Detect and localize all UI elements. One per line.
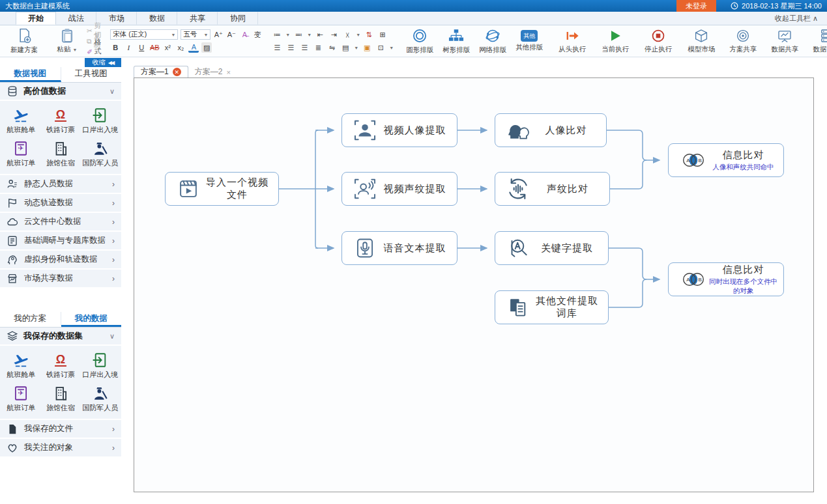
dataset-flight-order[interactable]: 航班订单	[1, 137, 41, 170]
tab-data-view[interactable]: 数据视图	[0, 67, 61, 82]
clear-format-button[interactable]: A̶	[239, 29, 250, 40]
align-left-button[interactable]: ☰	[272, 42, 282, 53]
plan-share-button[interactable]: 方案共享	[726, 27, 760, 55]
category-cloud-files[interactable]: 云文件中心数据 ›	[0, 213, 121, 232]
tab-tool-view[interactable]: 工具视图	[61, 67, 122, 82]
node-face-compare[interactable]: 人像比对	[495, 113, 607, 147]
tree-layout-button[interactable]: 树形排版	[439, 27, 473, 55]
new-plan-button[interactable]: 新建方案	[7, 27, 41, 55]
tab-my-plans[interactable]: 我的方案	[0, 312, 61, 327]
asian-layout-button[interactable]: Ꭓ	[342, 29, 353, 40]
ribbon-tab-share[interactable]: 共享	[177, 12, 218, 25]
close-tab-icon[interactable]: ✕	[173, 68, 181, 76]
show-marks-button[interactable]: ⊞	[377, 29, 388, 40]
dataset-flight-manifest[interactable]: 航班舱单	[1, 348, 41, 382]
category-virtual-identity[interactable]: 虚拟身份和轨迹数据 ›	[0, 251, 121, 270]
tab-my-data[interactable]: 我的数据	[61, 312, 122, 327]
phonetic-button[interactable]: 变	[252, 29, 263, 40]
format-painter-button[interactable]: ✐ 格式刷	[87, 47, 101, 56]
login-status-badge[interactable]: 未登录	[676, 0, 716, 12]
other-layout-button[interactable]: 其他 其他排版	[512, 27, 546, 55]
bold-button[interactable]: B	[110, 42, 121, 53]
cube-outline-icon	[693, 28, 710, 44]
dataset-rail-ticket[interactable]: 铁路订票	[41, 104, 81, 137]
model-market-button[interactable]: 模型市场	[684, 27, 718, 55]
run-from-start-button[interactable]: 从头执行	[555, 27, 589, 55]
ribbon-tab-collab[interactable]: 协同	[218, 12, 258, 25]
dataset-hotel-stay[interactable]: 旅馆住宿	[41, 137, 81, 170]
node-info-compare-1[interactable]: A B 信息比对 人像和声纹共同命中	[668, 143, 784, 177]
sidebar-collapse-button[interactable]: 收缩 ◀◀	[85, 58, 121, 67]
dataset-flight-manifest[interactable]: 航班舱单	[1, 104, 41, 137]
network-layout-button[interactable]: 网络排版	[476, 27, 510, 55]
superscript-button[interactable]: x²	[162, 42, 173, 53]
railway-icon	[52, 107, 69, 124]
dataset-border-entry[interactable]: 口岸出入境	[80, 348, 120, 382]
bullet-list-button[interactable]: ≔	[272, 29, 282, 40]
font-family-select[interactable]: 宋体 (正文)▼	[110, 29, 178, 40]
underline-button[interactable]: U	[136, 42, 147, 53]
flight-order-icon	[12, 140, 29, 157]
stop-execution-button[interactable]: 停止执行	[641, 27, 675, 55]
shrink-font-button[interactable]: A⁻	[226, 29, 237, 40]
ribbon-tab-data[interactable]: 数据	[137, 12, 177, 25]
node-other-files-lexicon[interactable]: 其他文件提取词库	[495, 290, 609, 324]
node-speech-to-text[interactable]: 语音文本提取	[341, 231, 457, 265]
dataset-rail-ticket[interactable]: 铁路订票	[41, 348, 81, 382]
category-static-personnel[interactable]: 静态人员数据 ›	[0, 175, 121, 194]
plan-tab-2[interactable]: 方案—2 ×	[188, 66, 237, 78]
decrease-indent-button[interactable]: ⇤	[315, 29, 325, 40]
run-current-button[interactable]: 当前执行	[598, 27, 632, 55]
ribbon-tab-market[interactable]: 市场	[96, 12, 137, 25]
dataset-border-entry[interactable]: 口岸出入境	[80, 104, 120, 137]
highlight-button[interactable]: ▨	[201, 42, 212, 53]
category-dynamic-track[interactable]: 动态轨迹数据 ›	[0, 194, 121, 213]
dataset-hotel-stay[interactable]: 旅馆住宿	[41, 382, 81, 415]
copy-icon: ⧉	[87, 37, 92, 46]
ribbon-tab-tactics[interactable]: 战法	[56, 12, 96, 25]
sort-button[interactable]: ⇅	[364, 29, 374, 40]
my-saved-files[interactable]: 我保存的文件 ›	[0, 420, 121, 439]
font-size-select[interactable]: 五号▼	[181, 29, 210, 40]
subscript-button[interactable]: x₂	[175, 42, 186, 53]
node-info-compare-2[interactable]: A B 信息比对 同时出现在多个文件中的对象	[668, 262, 784, 296]
saved-datasets-header[interactable]: 我保存的数据集 ∨	[0, 328, 121, 346]
align-center-button[interactable]: ☰	[285, 42, 296, 53]
data-retention-button[interactable]: 数据留存	[809, 27, 827, 55]
line-spacing-button[interactable]: ▤	[340, 42, 351, 53]
plan-tab-1[interactable]: 方案—1 ✕	[134, 66, 188, 78]
node-voiceprint-compare[interactable]: 声纹比对	[495, 172, 610, 206]
paste-button[interactable]: 粘贴 ▼	[50, 27, 84, 55]
new-document-icon	[16, 27, 33, 44]
increase-indent-button[interactable]: ⇥	[328, 29, 339, 40]
dataset-military-personnel[interactable]: 国防军人员	[80, 137, 120, 170]
justify-button[interactable]: ≣	[313, 42, 323, 53]
node-face-extract[interactable]: 视频人像提取	[341, 113, 457, 147]
collapse-toolbar-button[interactable]: 收起工具栏 ∧	[775, 12, 818, 25]
shading-button[interactable]: ▣	[362, 42, 372, 53]
node-keyword-extract[interactable]: 关键字提取	[495, 231, 609, 265]
category-research-library[interactable]: 基础调研与专题库数据 ›	[0, 232, 121, 251]
font-color-button[interactable]: A	[188, 43, 199, 53]
strikethrough-button[interactable]: AB	[149, 42, 160, 53]
my-followed-objects[interactable]: 我关注的对象 ›	[0, 439, 121, 458]
numbered-list-button[interactable]: ≕	[293, 29, 304, 40]
clock-icon	[731, 2, 738, 10]
node-import-video[interactable]: 导入一个视频文件	[165, 172, 279, 206]
ribbon-tab-start[interactable]: 开始	[16, 12, 56, 25]
close-tab-icon[interactable]: ×	[226, 68, 230, 76]
align-right-button[interactable]: ☰	[299, 42, 310, 53]
grow-font-button[interactable]: A⁺	[213, 29, 224, 40]
flow-canvas[interactable]: 导入一个视频文件 视频人像提取 视频声纹提取	[134, 77, 814, 492]
circular-layout-button[interactable]: 圆形排版	[403, 27, 437, 55]
borders-button[interactable]: ⊡	[375, 42, 386, 53]
category-market-shared[interactable]: 市场共享数据 ›	[0, 270, 121, 288]
data-share-button[interactable]: 数据共享	[768, 27, 802, 55]
voiceprint-scan-icon	[352, 176, 378, 201]
italic-button[interactable]: I	[123, 42, 134, 53]
dataset-flight-order[interactable]: 航班订单	[1, 382, 41, 415]
node-voiceprint-extract[interactable]: 视频声纹提取	[341, 172, 457, 206]
distribute-button[interactable]: ⇋	[326, 42, 337, 53]
dataset-military-personnel[interactable]: 国防军人员	[80, 382, 120, 415]
high-value-data-header[interactable]: 高价值数据 ∨	[0, 83, 121, 101]
